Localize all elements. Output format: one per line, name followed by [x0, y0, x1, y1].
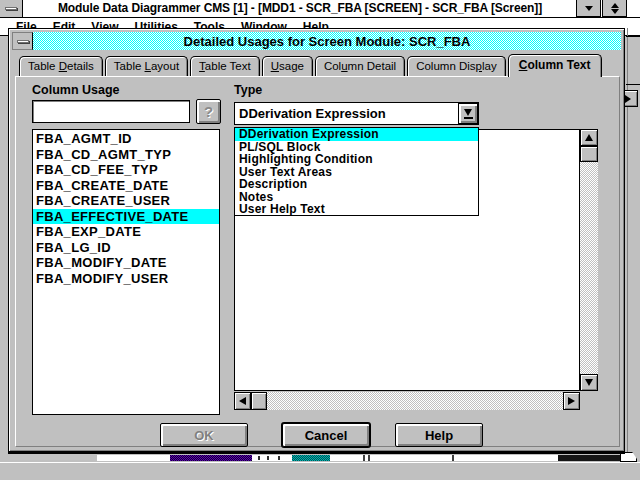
right-arrow-icon — [568, 397, 575, 405]
combobox-dropdown-button[interactable] — [458, 103, 478, 124]
down-arrow-icon — [585, 6, 593, 11]
tab-usage[interactable]: Usage — [262, 56, 313, 76]
main-system-menu-button[interactable] — [0, 0, 23, 17]
tab-content-panel: Column Usage ? FBA_AGMT_IDFBA_CD_AGMT_TY… — [15, 76, 620, 447]
tab-table-details[interactable]: Table Details — [19, 56, 103, 76]
type-label: Type — [234, 83, 262, 97]
cancel-button[interactable]: Cancel — [282, 423, 370, 447]
type-combobox[interactable]: DDerivation Expression — [234, 102, 479, 125]
find-button[interactable]: ? — [196, 99, 221, 124]
help-button[interactable]: Help — [395, 423, 483, 447]
dialog-system-menu-button[interactable] — [12, 32, 33, 50]
dropdown-option-description[interactable]: Description — [235, 178, 478, 191]
background-diagram-sliver — [363, 455, 365, 461]
screen: Module Data Diagrammer CMS [1] - [MDD1 -… — [0, 0, 640, 480]
background-diagram-sliver — [368, 455, 370, 461]
background-diagram-sliver — [258, 456, 260, 460]
restore-button[interactable] — [602, 0, 627, 17]
vertical-scroll-thumb[interactable] — [580, 146, 598, 162]
tab-column-display[interactable]: Column Display — [407, 56, 506, 76]
column-usage-label: Column Usage — [32, 83, 120, 97]
scroll-down-button[interactable] — [580, 374, 598, 391]
main-window-title: Module Data Diagrammer CMS [1] - [MDD1 -… — [26, 0, 574, 17]
chevron-down-icon — [464, 109, 473, 119]
background-divider — [626, 84, 640, 85]
list-item-fba-create-date[interactable]: FBA_CREATE_DATE — [33, 178, 219, 194]
background-divider — [626, 36, 640, 37]
tab-column-text[interactable]: Column Text — [508, 54, 602, 77]
main-window-titlebar: Module Data Diagrammer CMS [1] - [MDD1 -… — [0, 0, 640, 18]
list-item-fba-agmt-id[interactable]: FBA_AGMT_ID — [33, 131, 219, 147]
vertical-scrollbar[interactable] — [580, 129, 598, 391]
column-usage-input[interactable] — [32, 100, 190, 123]
list-item-fba-cd-agmt-typ[interactable]: FBA_CD_AGMT_TYP — [33, 147, 219, 163]
tab-table-text[interactable]: Table Text — [190, 56, 260, 76]
dialog-titlebar: Detailed Usages for Screen Module: SCR_F… — [12, 32, 621, 50]
system-menu-icon — [5, 7, 17, 10]
dialog-detailed-usages: Detailed Usages for Screen Module: SCR_F… — [8, 28, 625, 452]
dropdown-option-highlighting-condition[interactable]: Highlighting Condition — [235, 153, 478, 166]
list-item-fba-effective-date[interactable]: FBA_EFFECTIVE_DATE — [33, 209, 219, 225]
tab-column-detail[interactable]: Column Detail — [315, 56, 405, 76]
system-menu-icon — [17, 40, 29, 43]
scroll-up-button[interactable] — [580, 129, 598, 146]
dropdown-option-user-help-text[interactable]: User Help Text — [235, 203, 478, 216]
question-mark-icon: ? — [204, 103, 213, 120]
background-diagram-sliver — [452, 455, 454, 461]
horizontal-scroll-thumb[interactable] — [251, 392, 267, 410]
column-usage-listbox[interactable]: FBA_AGMT_IDFBA_CD_AGMT_TYPFBA_CD_FEE_TYP… — [32, 129, 220, 415]
background-diagram-sliver — [170, 455, 252, 461]
list-item-fba-lg-id[interactable]: FBA_LG_ID — [33, 240, 219, 256]
background-diagram-sliver — [558, 455, 620, 461]
horizontal-scrollbar[interactable] — [234, 392, 580, 410]
restore-icon — [611, 3, 619, 14]
background-page-corner — [620, 452, 637, 462]
scroll-left-button[interactable] — [234, 392, 251, 410]
ok-button[interactable]: OK — [160, 423, 248, 447]
tab-bar: Table DetailsTable LayoutTable TextUsage… — [19, 53, 604, 76]
background-diagram-sliver — [278, 456, 280, 460]
background-diagram-sliver — [97, 455, 170, 461]
scroll-right-button[interactable] — [563, 392, 580, 410]
background-diagram-sliver — [292, 455, 330, 461]
list-item-fba-create-user[interactable]: FBA_CREATE_USER — [33, 193, 219, 209]
status-bar: FBA_EFFECTIVE_DATE — [0, 462, 640, 480]
dropdown-option-dderivation-expression[interactable]: DDerivation Expression — [235, 128, 478, 141]
type-dropdown-list[interactable]: DDerivation ExpressionPL/SQL BlockHighli… — [234, 127, 479, 216]
list-item-fba-cd-fee-typ[interactable]: FBA_CD_FEE_TYP — [33, 162, 219, 178]
type-combobox-value: DDerivation Expression — [235, 106, 458, 121]
left-arrow-icon — [239, 397, 246, 405]
tab-table-layout[interactable]: Table Layout — [105, 56, 188, 76]
down-arrow-icon — [585, 379, 593, 386]
up-arrow-icon — [585, 134, 593, 141]
background-diagram-sliver — [267, 456, 269, 460]
list-item-fba-modify-user[interactable]: FBA_MODIFY_USER — [33, 271, 219, 287]
minimize-button[interactable] — [576, 0, 601, 17]
list-item-fba-modify-date[interactable]: FBA_MODIFY_DATE — [33, 255, 219, 271]
dialog-title: Detailed Usages for Screen Module: SCR_F… — [33, 32, 621, 50]
list-item-fba-exp-date[interactable]: FBA_EXP_DATE — [33, 224, 219, 240]
right-arrow-icon — [625, 95, 631, 103]
